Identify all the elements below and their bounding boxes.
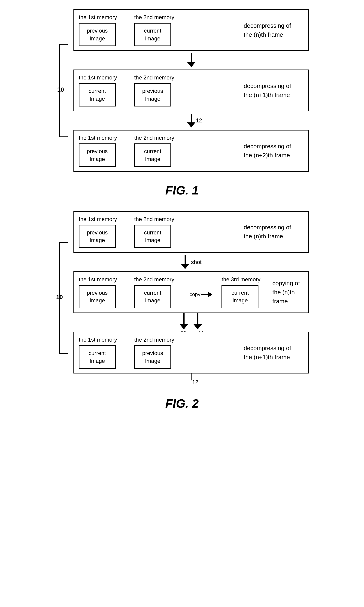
fig2-row3-label: decompressing ofthe (n+1)th frame xyxy=(239,344,304,362)
fig1-row3-mem1: the 1st memory previous Image xyxy=(79,135,125,167)
fig2-row2-mem2: the 2nd memory current Image xyxy=(134,276,180,308)
fig2-row1-inner1: previous Image xyxy=(79,225,116,248)
fig2-shot-label: shot xyxy=(191,259,201,265)
fig1-row2-mem2: the 2nd memory previous Image xyxy=(134,74,180,106)
fig2-row3-mem2: the 2nd memory previous Image xyxy=(134,336,180,369)
fig1-arrow2-label: 12 xyxy=(196,117,202,124)
fig1-arrow1 xyxy=(73,51,309,69)
fig2-row2-inner3: current Image xyxy=(221,285,259,308)
fig1-row1-label: decompressing ofthe (n)th frame xyxy=(239,21,304,39)
fig1-row1-mem2: the 2nd memory current Image xyxy=(134,14,180,46)
fig2-row2-label: copying ofthe (n)th frame xyxy=(268,279,304,306)
fig1-row3-inner1: previous Image xyxy=(79,143,116,167)
fig2-arrow-double: 12 14 xyxy=(73,313,309,332)
svg-text:10: 10 xyxy=(56,294,63,300)
fig2-arrow-shot: shot xyxy=(73,253,309,271)
fig1-section: 10 the 1st memory previous Image xyxy=(73,9,309,172)
fig2-row2-mem1: the 1st memory previous Image xyxy=(79,276,125,308)
fig1-row2-inner2: previous Image xyxy=(134,83,171,106)
fig1-row2-box: the 1st memory current Image the 2nd mem… xyxy=(73,69,309,111)
fig2-row3-mem1: the 1st memory current Image xyxy=(79,336,125,369)
svg-text:12: 12 xyxy=(192,379,198,385)
fig2-diagram: 10 the 1st memory previous Image xyxy=(55,211,309,385)
fig1-row2-inner1: current Image xyxy=(79,83,116,106)
fig2-row1-box: the 1st memory previous Image the 2nd me… xyxy=(73,211,309,253)
fig1-row1-inner1: previous Image xyxy=(79,23,116,46)
fig2-row1-mem1: the 1st memory previous Image xyxy=(79,216,125,248)
fig2-bottom-label-area: 12 xyxy=(73,374,309,385)
fig2-row1-mem2: the 2nd memory current Image xyxy=(134,216,180,248)
fig1-row3-mem2: the 2nd memory current Image xyxy=(134,135,180,167)
fig1-row3-label: decompressing ofthe (n+2)th frame xyxy=(239,142,304,160)
fig2-bracket: 10 xyxy=(56,211,70,385)
fig1-row2-label: decompressing ofthe (n+1)th frame xyxy=(239,81,304,100)
fig2-row1-label: decompressing ofthe (n)th frame xyxy=(239,223,304,241)
fig2-section: 10 the 1st memory previous Image xyxy=(73,211,309,385)
fig2-row3-inner2: previous Image xyxy=(134,345,171,369)
fig2-row2-mem3: the 3rd memory current Image xyxy=(221,276,268,308)
fig1-row1-box: the 1st memory previous Image the 2nd me… xyxy=(73,9,309,51)
fig1-bracket: 10 xyxy=(56,9,70,172)
fig1-row3-box: the 1st memory previous Image the 2nd me… xyxy=(73,130,309,172)
fig1-arrow2: 12 xyxy=(73,111,309,130)
fig2-row1-inner2: current Image xyxy=(134,225,171,248)
fig1-row1-mem1: the 1st memory previous Image xyxy=(79,14,125,46)
fig2-row2-box: the 1st memory previous Image the 2nd me… xyxy=(73,271,309,313)
fig1-diagram: 10 the 1st memory previous Image xyxy=(55,9,309,172)
fig1-label: FIG. 1 xyxy=(165,183,199,197)
fig1-row3-inner2: current Image xyxy=(134,143,171,167)
page: 10 the 1st memory previous Image xyxy=(0,0,364,434)
fig2-row2-inner2: current Image xyxy=(134,285,171,308)
svg-text:10: 10 xyxy=(57,86,64,93)
fig1-row1-inner2: current Image xyxy=(134,23,171,46)
fig2-row3-box: the 1st memory current Image the 2nd mem… xyxy=(73,332,309,374)
fig2-row3-inner1: current Image xyxy=(79,345,116,369)
copy-arrow: copy xyxy=(190,292,212,297)
fig1-row2-mem1: the 1st memory current Image xyxy=(79,74,125,106)
fig2-row2-inner1: previous Image xyxy=(79,285,116,308)
fig2-label: FIG. 2 xyxy=(165,397,199,411)
